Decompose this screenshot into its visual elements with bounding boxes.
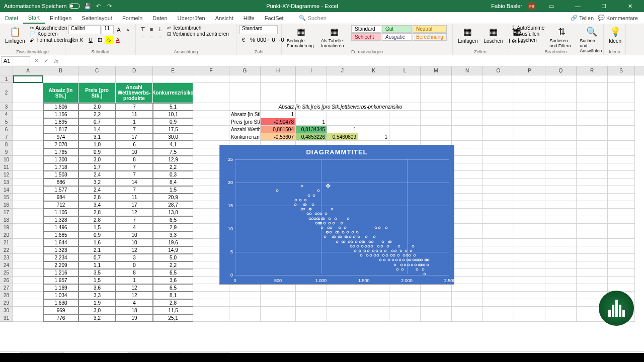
cell[interactable] [483, 284, 514, 292]
cell[interactable] [78, 75, 116, 83]
row-header[interactable]: 9 [0, 148, 13, 156]
cell[interactable] [327, 111, 358, 118]
cell[interactable] [389, 118, 421, 126]
row-header[interactable]: 16 [0, 201, 13, 209]
cell[interactable] [389, 314, 421, 322]
cell[interactable] [514, 277, 545, 284]
col-header-R[interactable]: R [577, 66, 608, 75]
format-as-table-button[interactable]: ▦Als Tabelle formatieren [319, 25, 349, 49]
redo-icon[interactable]: ↷ [106, 3, 113, 10]
cell[interactable] [545, 201, 577, 209]
row-header[interactable]: 7 [0, 133, 13, 141]
cell[interactable]: 1.328 [43, 216, 78, 224]
cell[interactable] [116, 75, 153, 83]
cell[interactable] [193, 299, 229, 307]
cell[interactable]: -0,90478 [261, 118, 296, 126]
cell[interactable] [514, 224, 545, 231]
cell[interactable] [13, 254, 43, 261]
cell[interactable] [545, 178, 577, 186]
tab-start[interactable]: Start [23, 12, 45, 24]
cell[interactable]: 1.156 [43, 111, 78, 118]
cell[interactable]: 8 [116, 269, 153, 277]
cell[interactable]: 1,0 [78, 141, 116, 148]
cell[interactable] [483, 292, 514, 299]
cell[interactable] [13, 284, 43, 292]
cell[interactable] [261, 314, 296, 322]
tab-ansicht[interactable]: Ansicht [210, 12, 238, 24]
row-header[interactable]: 22 [0, 246, 13, 254]
cell[interactable]: 0 [116, 261, 153, 269]
cell[interactable]: 974 [43, 133, 78, 141]
currency-icon[interactable]: € [239, 36, 248, 44]
cell[interactable] [608, 141, 635, 148]
cell[interactable]: 1.323 [43, 246, 78, 254]
cell[interactable] [452, 178, 483, 186]
cell[interactable]: 1,9 [78, 299, 116, 307]
cell[interactable]: 12 [116, 292, 153, 299]
cell[interactable] [229, 75, 261, 83]
cell[interactable] [193, 307, 229, 314]
cell[interactable] [577, 118, 608, 126]
cell[interactable]: Absatz [in Stk.]reis [pro Stk.]ettbewerb… [261, 103, 421, 111]
col-header-K[interactable]: K [358, 66, 389, 75]
cell[interactable] [608, 83, 635, 103]
cell[interactable]: 12,9 [153, 156, 193, 163]
cell[interactable]: 1.034 [43, 292, 78, 299]
cell[interactable] [389, 307, 421, 314]
cell[interactable] [13, 209, 43, 216]
cell[interactable] [358, 118, 389, 126]
cell[interactable] [13, 299, 43, 307]
cell[interactable]: Anzahl Wettbewe [229, 126, 261, 133]
cell[interactable] [577, 186, 608, 194]
cell[interactable] [545, 216, 577, 224]
cell[interactable] [545, 231, 577, 239]
cell[interactable] [545, 83, 577, 103]
cell[interactable] [577, 178, 608, 186]
row-header[interactable]: 25 [0, 269, 13, 277]
cell[interactable] [193, 118, 229, 126]
share-button[interactable]: 🔗Teilen [571, 15, 594, 21]
cell[interactable] [545, 141, 577, 148]
cell[interactable] [452, 277, 483, 284]
row-header[interactable]: 8 [0, 141, 13, 148]
cell[interactable]: 3,3 [153, 231, 193, 239]
cell[interactable]: 6 [116, 141, 153, 148]
cell[interactable]: 1.577 [43, 186, 78, 194]
cell[interactable] [296, 83, 327, 103]
font-color-icon[interactable]: A [114, 36, 122, 44]
cell[interactable] [483, 299, 514, 307]
cell[interactable]: 1.765 [43, 148, 78, 156]
col-header-S[interactable]: S [608, 66, 635, 75]
cell[interactable] [577, 126, 608, 133]
cell[interactable] [193, 133, 229, 141]
cell[interactable]: 8,4 [153, 178, 193, 186]
cell[interactable] [514, 178, 545, 186]
align-bottom-icon[interactable]: ⊥ [156, 25, 164, 33]
cell[interactable] [193, 126, 229, 133]
row-header[interactable]: 14 [0, 186, 13, 194]
cell[interactable] [421, 307, 452, 314]
cell[interactable]: 0,3 [153, 171, 193, 178]
cell[interactable]: 7 [116, 126, 153, 133]
cell[interactable] [577, 201, 608, 209]
style-gut[interactable]: Gut [382, 25, 412, 33]
cell[interactable] [545, 314, 577, 322]
cell[interactable]: 1.606 [43, 103, 78, 111]
cell[interactable]: 2.209 [43, 261, 78, 269]
cell[interactable]: 984 [43, 194, 78, 201]
save-icon[interactable]: 💾 [84, 3, 91, 10]
cell[interactable]: 2,4 [78, 186, 116, 194]
cell[interactable] [13, 171, 43, 178]
cell[interactable]: 7 [116, 163, 153, 171]
cell[interactable] [13, 178, 43, 186]
cell[interactable] [13, 156, 43, 163]
cell[interactable]: 2,0 [78, 103, 116, 111]
col-header-O[interactable]: O [483, 66, 514, 75]
row-header[interactable]: 12 [0, 171, 13, 178]
cell[interactable] [452, 224, 483, 231]
maximize-icon[interactable]: ☐ [594, 3, 614, 10]
cell[interactable] [421, 299, 452, 307]
cell[interactable]: 3 [116, 254, 153, 261]
cell[interactable] [452, 186, 483, 194]
cell[interactable] [608, 209, 635, 216]
